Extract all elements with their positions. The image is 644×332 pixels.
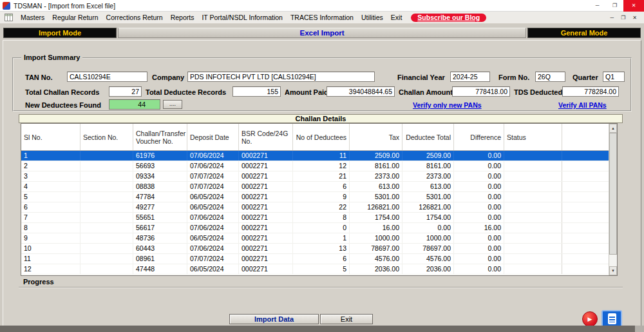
quarter-field[interactable]: Q1 — [603, 72, 625, 82]
table-cell: 0.00 — [454, 202, 504, 212]
column-header-filler — [562, 124, 609, 150]
mdi-close-button[interactable]: ✕ — [632, 15, 637, 21]
table-cell: 0.00 — [454, 264, 504, 274]
table-cell — [562, 213, 609, 222]
scroll-up-icon[interactable]: ▲ — [609, 124, 617, 133]
tan-field[interactable]: CALS10294E — [67, 72, 147, 82]
scroll-down-icon[interactable]: ▼ — [609, 266, 617, 275]
play-icon: ▶ — [588, 316, 592, 322]
column-header[interactable]: Deductee Total — [402, 124, 454, 150]
verify-all-pans-link[interactable]: Verify All PANs — [558, 101, 607, 109]
table-row[interactable]: 124744806/05/2024000227152036.002036.000… — [21, 264, 609, 275]
menu-utilities[interactable]: Utilities — [357, 13, 387, 22]
scrollbar-thumb[interactable] — [609, 133, 617, 255]
table-row[interactable]: 106044307/06/202400022711378697.0078697.… — [21, 244, 609, 254]
table-cell: 07/06/2024 — [187, 151, 239, 161]
column-header[interactable]: BSR Code/24G No. — [239, 124, 293, 150]
table-cell — [80, 192, 133, 202]
menu-it-portal-nsdl[interactable]: IT Portal/NSDL Information — [198, 13, 286, 22]
table-cell: 78697.00 — [402, 244, 454, 253]
table-cell — [80, 182, 133, 191]
table-row[interactable]: 94873606/05/2024000227111000.001000.000.… — [21, 233, 609, 244]
table-cell — [504, 223, 562, 233]
table-cell: 9 — [21, 233, 80, 243]
amount-paid-field[interactable]: 394048844.65 — [327, 86, 395, 97]
company-field[interactable]: PDS INFOTECH PVT LTD [CALS10294E] — [187, 72, 375, 82]
tds-deducted-label: TDS Deducted — [514, 88, 562, 96]
table-cell — [504, 213, 562, 222]
table-cell: 16.00 — [454, 223, 504, 233]
mdi-minimize-button[interactable]: ─ — [610, 15, 614, 21]
form-no-field[interactable]: 26Q — [535, 72, 565, 82]
window-title: TDSMAN - [Import from Excel file] — [14, 2, 115, 10]
table-cell — [80, 213, 133, 222]
column-header[interactable]: No of Deductees — [293, 124, 350, 150]
menu-exit[interactable]: Exit — [387, 13, 406, 22]
table-cell: 0002271 — [239, 182, 293, 191]
mdi-restore-button[interactable]: ❐ — [621, 15, 625, 21]
column-header[interactable]: Sl No. — [21, 124, 80, 150]
import-data-button[interactable]: Import Data — [229, 314, 319, 324]
mdi-window-controls: ─ ❐ ✕ — [610, 15, 641, 21]
table-cell: 0002271 — [239, 171, 293, 181]
table-row[interactable]: 16197607/06/20240002271112509.002509.000… — [21, 151, 609, 161]
status-bar — [0, 326, 644, 332]
menu-reports[interactable]: Reports — [167, 13, 198, 22]
table-cell: 0002271 — [239, 213, 293, 222]
menu-corrections-return[interactable]: Corrections Return — [102, 13, 167, 22]
table-cell: 09334 — [133, 171, 187, 181]
challan-amount-label: Challan Amount — [399, 88, 453, 96]
play-button[interactable]: ▶ — [582, 311, 598, 327]
table-cell — [504, 202, 562, 212]
table-cell: 2373.00 — [350, 171, 402, 181]
new-deductees-field[interactable]: 44 — [109, 99, 160, 110]
column-header[interactable]: Section No. — [80, 124, 133, 150]
document-button[interactable] — [601, 310, 622, 327]
subscribe-blog-button[interactable]: Subscribe our Blog — [411, 14, 486, 22]
table-cell: 2509.00 — [402, 151, 454, 161]
column-header[interactable]: Deposit Date — [187, 124, 239, 150]
exit-button[interactable]: Exit — [320, 314, 373, 324]
table-cell: 07/06/2024 — [187, 161, 239, 171]
table-cell: 22 — [293, 202, 350, 212]
table-row[interactable]: 64927706/05/2024000227122126821.00126821… — [21, 202, 609, 213]
total-deductee-records-field[interactable]: 155 — [232, 86, 281, 97]
table-cell: 0.00 — [454, 182, 504, 191]
tds-deducted-field[interactable]: 778284.00 — [562, 86, 619, 97]
menu-traces-information[interactable]: TRACES Information — [287, 13, 357, 22]
column-header[interactable]: Status — [504, 124, 562, 150]
column-header[interactable]: Tax — [350, 124, 402, 150]
column-header[interactable]: Challan/Transfer Voucher No. — [133, 124, 187, 150]
vertical-scrollbar[interactable]: ▲ ▼ — [609, 124, 617, 275]
table-cell — [562, 264, 609, 274]
table-cell — [504, 264, 562, 274]
financial-year-field[interactable]: 2024-25 — [450, 72, 490, 82]
table-cell: 0.00 — [454, 254, 504, 264]
table-row[interactable]: 85661707/06/20240002271016.000.0016.00 — [21, 223, 609, 233]
maximize-button[interactable]: ❐ — [606, 0, 623, 12]
minimize-button[interactable]: ─ — [589, 0, 606, 12]
table-cell: 56617 — [133, 223, 187, 233]
verify-new-pans-link[interactable]: Verify only new PANs — [413, 101, 482, 109]
close-button[interactable]: ✕ — [623, 0, 644, 12]
import-summary-title: Import Summary — [21, 54, 82, 61]
table-row[interactable]: 54778406/05/2024000227195301.005301.000.… — [21, 192, 609, 202]
table-cell: 1 — [21, 151, 80, 161]
table-cell: 613.00 — [402, 182, 454, 191]
column-header[interactable]: Difference — [454, 124, 504, 150]
table-row[interactable]: 25669307/06/20240002271128161.008161.000… — [21, 161, 609, 171]
menu-regular-return[interactable]: Regular Return — [48, 13, 102, 22]
menu-grid-icon[interactable] — [5, 14, 13, 21]
tab-general-mode[interactable]: General Mode — [527, 28, 641, 38]
table-row[interactable]: 40883807/07/202400022716613.00613.000.00 — [21, 182, 609, 192]
table-cell: 126821.00 — [402, 202, 454, 212]
browse-button[interactable]: .... — [163, 100, 182, 109]
main-panel: Import Summary TAN No. CALS10294E Compan… — [3, 40, 641, 326]
table-row[interactable]: 30933407/07/20240002271212373.002373.000… — [21, 171, 609, 182]
total-challan-records-field[interactable]: 27 — [109, 86, 142, 97]
table-row[interactable]: 75565107/06/2024000227181754.001754.000.… — [21, 213, 609, 223]
challan-amount-field[interactable]: 778418.00 — [452, 86, 510, 97]
table-row[interactable]: 110896107/07/2024000227164576.004576.000… — [21, 254, 609, 264]
menu-masters[interactable]: Masters — [17, 13, 48, 22]
tab-import-mode[interactable]: Import Mode — [3, 28, 117, 38]
